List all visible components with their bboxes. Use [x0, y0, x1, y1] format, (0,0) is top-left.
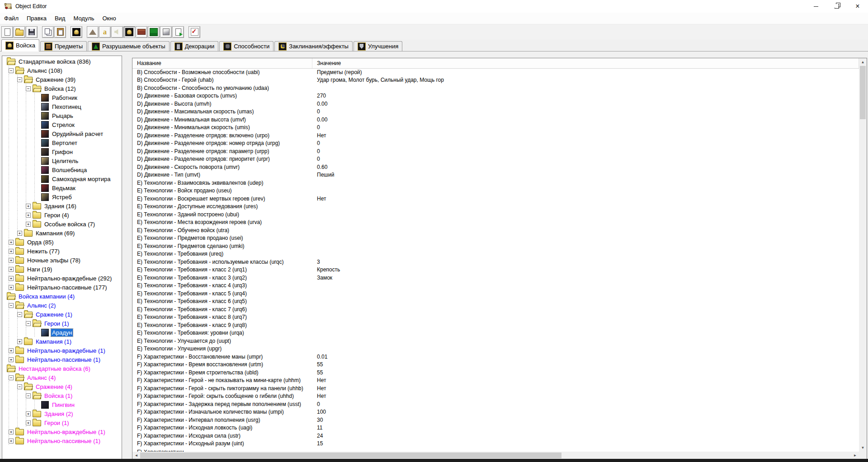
- collapse-icon[interactable]: −: [26, 393, 31, 398]
- tree-item[interactable]: −Герои (1): [7, 319, 122, 328]
- tree-item[interactable]: Ведьмак: [7, 183, 122, 192]
- collapse-icon[interactable]: −: [26, 321, 31, 326]
- tab-buffs[interactable]: Заклинания/эффекты: [274, 41, 353, 51]
- table-row[interactable]: E) Технологии - Требования - класс 8 (ur…: [132, 313, 859, 322]
- table-row[interactable]: E) Технологии - Требования (ureq): [132, 250, 859, 258]
- script-a-button[interactable]: [99, 26, 111, 38]
- restore-button[interactable]: [826, 0, 847, 13]
- tree-item[interactable]: +Ночные эльфы (78): [7, 256, 122, 265]
- tree-item[interactable]: +Нейтрально-пассивные (1): [7, 436, 122, 445]
- table-row[interactable]: F) Характеристики - Восстановление маны …: [132, 353, 859, 361]
- horizontal-scrollbar[interactable]: ◄ ►: [132, 452, 859, 459]
- scroll-down-icon[interactable]: ▼: [859, 444, 867, 452]
- expand-icon[interactable]: +: [26, 411, 31, 416]
- tree-item[interactable]: +Нейтрально-пассивные (177): [7, 283, 122, 292]
- tree-item[interactable]: +Нейтрально-враждебные (1): [7, 427, 122, 436]
- tab-upgrades[interactable]: Улучшения: [354, 41, 402, 51]
- tree-item[interactable]: Стрелок: [7, 120, 122, 129]
- table-row[interactable]: B) Способности - Возможные способности (…: [132, 68, 859, 76]
- tab-destructibles[interactable]: Разрушаемые объекты: [88, 41, 170, 51]
- table-row[interactable]: E) Технологии - Требования - используемы…: [132, 258, 859, 266]
- table-row[interactable]: D) Движение - Максимальная скорость (uma…: [132, 108, 859, 116]
- tree-item[interactable]: +Кампания (69): [7, 229, 122, 238]
- tree-item[interactable]: +Нежить (77): [7, 247, 122, 256]
- table-row[interactable]: B) Способности - Способность по умолчани…: [132, 84, 859, 92]
- tab-doodads[interactable]: Декорации: [170, 41, 219, 51]
- table-row[interactable]: D) Движение - Высота (umvh)0.00: [132, 100, 859, 108]
- tree-item[interactable]: +Нейтрально-враждебные (292): [7, 274, 122, 283]
- tree-item[interactable]: +Здания (16): [7, 201, 122, 210]
- tree-item[interactable]: −Альянс (4): [7, 373, 122, 382]
- tree-item[interactable]: −Сражение (4): [7, 382, 122, 391]
- tree-item[interactable]: Рыцарь: [7, 111, 122, 120]
- sound-editor-button[interactable]: [111, 26, 123, 38]
- tree-item[interactable]: Пингвин: [7, 400, 122, 409]
- table-row[interactable]: D) Движение - Базовая скорость (umvs)270: [132, 92, 859, 100]
- tree-item[interactable]: Работник: [7, 93, 122, 102]
- table-row[interactable]: E) Технологии - Требования - класс 9 (ur…: [132, 321, 859, 329]
- expand-icon[interactable]: +: [17, 339, 22, 344]
- collapse-icon[interactable]: −: [26, 86, 31, 91]
- tree-item[interactable]: Арадун: [7, 328, 122, 337]
- table-row[interactable]: F) Характеристики - Герой - скрыть пикто…: [132, 384, 859, 392]
- table-row[interactable]: D) Движение - Скорость поворота (umvr)0.…: [132, 163, 859, 171]
- table-row[interactable]: E) Технологии - Предметов продано (usei): [132, 234, 859, 243]
- expand-icon[interactable]: +: [26, 204, 31, 209]
- tree-item[interactable]: −Сражение (1): [7, 310, 122, 319]
- open-folder-button[interactable]: [14, 26, 25, 38]
- table-row[interactable]: F) Характеристики - Интервал пополнения …: [132, 416, 859, 424]
- table-row[interactable]: D) Движение - Минимальная скорость (umis…: [132, 124, 859, 132]
- table-row[interactable]: D) Движение - Разделение отрядов: включе…: [132, 131, 859, 140]
- tree-item[interactable]: Войска кампании (4): [7, 292, 122, 301]
- tree-item[interactable]: +Герои (1): [7, 418, 122, 427]
- expand-icon[interactable]: +: [9, 249, 14, 254]
- table-row[interactable]: E) Технологии - Предметов сделано (umki): [132, 242, 859, 250]
- tree-item[interactable]: +Наги (19): [7, 265, 122, 274]
- table-row[interactable]: E) Технологии - Обучено войск (utra): [132, 226, 859, 234]
- tree-item[interactable]: Ястреб: [7, 192, 122, 201]
- tree-item[interactable]: −Альянс (2): [7, 301, 122, 310]
- scroll-right-icon[interactable]: ►: [851, 452, 859, 459]
- tree-item[interactable]: Пехотинец: [7, 102, 122, 111]
- tree-item[interactable]: +Кампания (1): [7, 337, 122, 346]
- terrain-editor-button[interactable]: [87, 26, 99, 38]
- expand-icon[interactable]: +: [26, 222, 31, 227]
- table-row[interactable]: F) Характеристики - Время строительства …: [132, 369, 859, 377]
- campaign-editor-button[interactable]: [136, 26, 147, 38]
- table-row[interactable]: E) Технологии - Требования - класс 2 (ur…: [132, 266, 859, 274]
- table-row[interactable]: E) Технологии - Взаимосвязь эквивалентов…: [132, 179, 859, 187]
- expand-icon[interactable]: +: [9, 348, 14, 353]
- scroll-up-icon[interactable]: ▲: [859, 58, 867, 66]
- tree-item[interactable]: Орудийный расчет: [7, 129, 122, 138]
- table-row[interactable]: F) Характеристики - Время восстановления…: [132, 361, 859, 369]
- expand-icon[interactable]: +: [9, 285, 14, 290]
- tab-units[interactable]: Войска: [1, 39, 39, 51]
- table-row[interactable]: E) Технологии - Воскрешает мертвых герое…: [132, 195, 859, 203]
- expand-icon[interactable]: +: [9, 429, 14, 434]
- tree-item[interactable]: Грифон: [7, 147, 122, 156]
- unit-editor-button[interactable]: [71, 26, 82, 38]
- table-row[interactable]: F) Характеристики - Исходный разум (uint…: [132, 440, 859, 448]
- column-header-name[interactable]: Название: [132, 58, 312, 68]
- copy-button[interactable]: [42, 26, 54, 38]
- tree-item[interactable]: Самоходная мортира: [7, 174, 122, 183]
- save-button[interactable]: [26, 26, 38, 38]
- table-row[interactable]: F) Характеристики - Исходная сила (ustr)…: [132, 432, 859, 440]
- import-manager-button[interactable]: [172, 26, 184, 38]
- table-row[interactable]: F) Характеристики - Задержка перед первы…: [132, 400, 859, 408]
- tree-item[interactable]: +Герои (4): [7, 210, 122, 219]
- expand-icon[interactable]: +: [17, 231, 22, 236]
- table-row[interactable]: D) Движение - Разделение отрядов: приори…: [132, 155, 859, 163]
- object-editor-button[interactable]: [123, 26, 135, 38]
- new-file-button[interactable]: [1, 26, 13, 38]
- expand-icon[interactable]: +: [9, 240, 14, 245]
- table-row[interactable]: E) Технологии - Требования - класс 6 (ur…: [132, 298, 859, 306]
- paste-button[interactable]: [54, 26, 66, 38]
- expand-icon[interactable]: +: [9, 439, 14, 443]
- tree-item[interactable]: Целитель: [7, 156, 122, 165]
- test-map-button[interactable]: [189, 26, 200, 38]
- tree-item[interactable]: Нестандартные войска (6): [7, 364, 122, 373]
- tree-item[interactable]: −Альянс (108): [7, 66, 122, 75]
- table-row[interactable]: E) Технологии - Улучшается до (uupt): [132, 337, 859, 345]
- tree-item[interactable]: +Нейтрально-пассивные (1): [7, 355, 122, 364]
